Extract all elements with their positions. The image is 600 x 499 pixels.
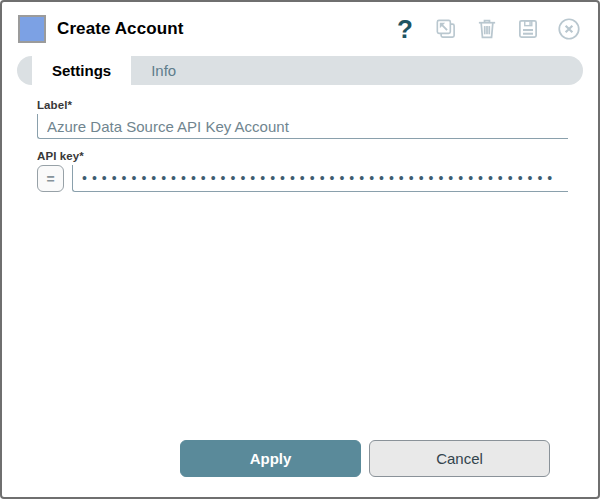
api-key-input[interactable]	[72, 165, 568, 192]
cancel-button[interactable]: Cancel	[369, 440, 550, 477]
tab-bar-cap	[17, 56, 32, 85]
settings-panel: Label* API key* = Apply Cancel	[2, 85, 598, 497]
apply-button[interactable]: Apply	[180, 440, 361, 477]
delete-icon[interactable]	[474, 16, 500, 42]
node-icon	[18, 15, 46, 43]
api-key-row: =	[37, 165, 568, 192]
create-account-dialog: Create Account ?	[0, 0, 600, 499]
dialog-title: Create Account	[57, 19, 183, 39]
api-key-field-group: API key* =	[37, 150, 568, 192]
label-field-group: Label*	[37, 99, 568, 139]
tab-info-label: Info	[151, 62, 176, 79]
help-icon[interactable]: ?	[392, 16, 418, 42]
label-field-label: Label*	[37, 99, 568, 111]
api-key-field-label: API key*	[37, 150, 568, 162]
tab-info[interactable]: Info	[131, 56, 196, 85]
flow-variable-button[interactable]: =	[37, 165, 64, 192]
detach-dialog-icon[interactable]	[433, 16, 459, 42]
dialog-header: Create Account ?	[2, 2, 598, 49]
label-input[interactable]	[37, 114, 568, 139]
dialog-footer: Apply Cancel	[37, 440, 568, 497]
tab-settings-label: Settings	[52, 62, 111, 79]
save-icon[interactable]	[515, 16, 541, 42]
close-icon[interactable]	[556, 16, 582, 42]
header-toolbar: ?	[392, 16, 582, 42]
tab-bar: Settings Info	[17, 56, 583, 85]
tab-settings[interactable]: Settings	[32, 56, 131, 85]
